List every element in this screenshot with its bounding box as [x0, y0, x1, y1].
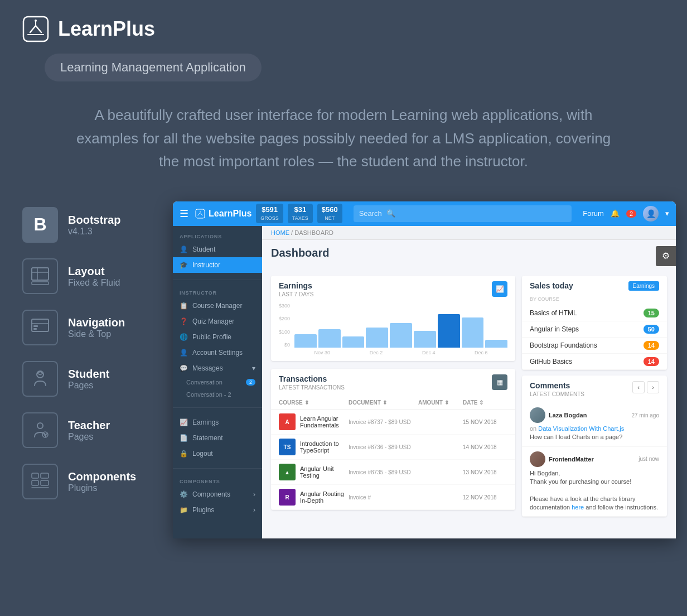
conversation-badge: 2 [246, 379, 255, 386]
sidebar-account-settings-label: Account Settings [192, 349, 243, 357]
earnings-action-btn[interactable]: 📈 [492, 281, 507, 297]
sidebar-course-manager-label: Course Manager [192, 302, 242, 310]
sales-row-4: GitHub Basics 14 [522, 354, 667, 370]
earnings-chart [294, 303, 507, 348]
user-dropdown-icon[interactable]: ▾ [665, 209, 669, 218]
feature-bootstrap: B Bootstrap v4.1.3 [22, 207, 162, 243]
svg-rect-3 [32, 268, 37, 280]
sales-count-2: 50 [644, 325, 659, 334]
sidebar-item-quiz-manager[interactable]: ❓ Quiz Manager [173, 314, 262, 329]
here-link[interactable]: here [572, 504, 584, 511]
components-icon [22, 464, 58, 499]
app-brand-name: LearnPlus [209, 209, 251, 219]
feature-navigation-title: Navigation [68, 316, 125, 329]
feature-teacher-subtitle: Pages [68, 432, 110, 442]
sidebar-item-plugins[interactable]: 📁 Plugins › [173, 502, 262, 518]
transactions-action-btn[interactable]: ▦ [492, 374, 507, 390]
y-label-200: $200 [279, 316, 290, 321]
feature-navigation-subtitle: Side & Top [68, 329, 125, 339]
brand-name: LearnPlus [58, 17, 155, 41]
student-menu-icon: 👤 [180, 246, 188, 253]
hamburger-icon[interactable]: ☰ [180, 208, 188, 220]
course-name-3: Angular Unit Testing [300, 465, 349, 479]
x-label-3: Dec 4 [422, 350, 436, 355]
comments-prev-btn[interactable]: ‹ [632, 381, 645, 393]
course-thumb-2: TS [279, 439, 296, 455]
sales-count-3: 14 [644, 341, 659, 350]
invoice-3: Invoice #8735 - $89 USD [349, 469, 418, 475]
table-row: A Learn Angular Fundamentals Invoice #87… [271, 410, 515, 435]
bar-6 [414, 331, 436, 348]
sidebar-label-instructor: INSTRUCTOR [173, 287, 262, 298]
sales-subtitle: BY COURSE [522, 296, 667, 305]
sidebar-public-profile-label: Public Profile [192, 333, 231, 341]
bar-2 [318, 329, 341, 348]
bar-1 [294, 334, 317, 348]
sidebar-messages-label: Messages [192, 364, 223, 372]
topbar-right: Forum 🔔 2 👤 ▾ [583, 206, 669, 222]
course-name-4: Angular Routing In-Depth [300, 490, 349, 504]
user-avatar[interactable]: 👤 [643, 206, 659, 222]
gear-button[interactable]: ⚙ [656, 246, 676, 266]
sidebar-item-statement[interactable]: 📄 Statement [173, 430, 262, 446]
breadcrumb: HOME / DASHBOARD [262, 226, 676, 240]
main-content: B Bootstrap v4.1.3 Layout Fixed & Fluid [0, 201, 687, 538]
forum-link[interactable]: Forum [583, 209, 604, 218]
app-preview-wrapper: ☰ LearnPlus $591 GROSS $31 TAXES [173, 201, 676, 538]
bar-5 [390, 323, 412, 348]
sales-course-1: Basics of HTML [530, 309, 577, 317]
stat-net: $560 NET [317, 204, 342, 223]
breadcrumb-home[interactable]: HOME [271, 229, 289, 236]
svg-rect-5 [32, 282, 49, 285]
dashboard-title: Dashboard [271, 247, 667, 271]
sidebar-item-public-profile[interactable]: 🌐 Public Profile [173, 329, 262, 345]
app-body: APPLICATIONS 👤 Student 🎓 Instructor INST… [173, 226, 676, 538]
svg-rect-2 [32, 268, 49, 280]
sidebar-item-earnings[interactable]: 📈 Earnings [173, 415, 262, 430]
svg-rect-9 [33, 328, 37, 330]
col-date: DATE ⇕ [463, 400, 507, 406]
course-name-2: Introduction to TypeScript [300, 440, 349, 454]
search-bar[interactable]: Search 🔍 [354, 205, 572, 222]
bar-8 [462, 317, 484, 348]
bootstrap-icon: B [22, 207, 58, 243]
feature-layout: Layout Fixed & Fluid [22, 258, 162, 294]
feature-layout-subtitle: Fixed & Fluid [68, 278, 120, 288]
comment-avatar-1 [530, 407, 545, 423]
hero-header: LearnPlus [0, 0, 687, 54]
table-row: R Angular Routing In-Depth Invoice # 12 … [271, 485, 515, 510]
comments-title: Comments [530, 381, 584, 390]
sidebar-item-components[interactable]: ⚙️ Components › [173, 487, 262, 502]
earnings-title: Earnings [279, 281, 313, 290]
sidebar-item-instructor[interactable]: 🎓 Instructor [173, 257, 262, 273]
sidebar-section-components: COMPONENTS ⚙️ Components › 📁 Plugins [173, 471, 262, 522]
sidebar-logout-label: Logout [192, 450, 213, 458]
sidebar-subitem-conversation[interactable]: Conversation 2 [173, 376, 262, 388]
sidebar-item-account-settings[interactable]: 👤 Account Settings [173, 345, 262, 360]
sidebar-earnings-label: Earnings [192, 418, 219, 426]
sidebar-subitem-conversation2[interactable]: Conversation - 2 [173, 388, 262, 401]
course-thumb-1: A [279, 413, 296, 430]
feature-list: B Bootstrap v4.1.3 Layout Fixed & Fluid [11, 201, 173, 538]
comment-link-text-1[interactable]: Data Visualization With Chart.js [538, 425, 624, 432]
sidebar-section-instructor: INSTRUCTOR 📋 Course Manager ❓ Quiz Manag… [173, 282, 262, 405]
right-panel: Sales today Earnings BY COURSE Basics of… [522, 276, 667, 529]
feature-bootstrap-title: Bootstrap [68, 213, 120, 227]
comments-next-btn[interactable]: › [647, 381, 659, 393]
breadcrumb-dashboard: DASHBOARD [294, 229, 333, 236]
sales-course-3: Bootstrap Foundations [530, 341, 597, 349]
notification-badge: 2 [626, 210, 636, 218]
app-preview: ☰ LearnPlus $591 GROSS $31 TAXES [173, 201, 676, 538]
sales-today-title: Sales today [530, 281, 573, 290]
comment-author-2: FrontendMatter [549, 456, 594, 463]
sidebar-item-course-manager[interactable]: 📋 Course Manager [173, 298, 262, 314]
transactions-subtitle: LATEST TRANSACTIONS [279, 384, 345, 391]
x-label-4: Dec 6 [475, 350, 488, 355]
sidebar-item-student[interactable]: 👤 Student [173, 242, 262, 257]
transactions-title: Transactions [279, 374, 345, 383]
sidebar-item-logout[interactable]: 🔒 Logout [173, 446, 262, 461]
comments-subtitle: LATEST COMMENTS [530, 391, 584, 397]
sales-badge: Earnings [628, 281, 659, 291]
sidebar-item-messages[interactable]: 💬 Messages ▾ [173, 360, 262, 376]
sidebar-conversation2-label: Conversation - 2 [186, 391, 231, 398]
